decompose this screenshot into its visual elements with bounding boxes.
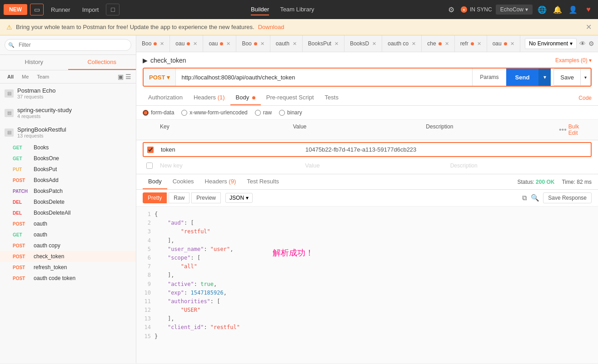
request-oauth-copy-post[interactable]: POST oauth copy <box>0 240 136 251</box>
urlencoded-radio[interactable] <box>181 110 187 116</box>
row-key[interactable]: token <box>157 143 302 156</box>
tab-close-icon[interactable]: ✕ <box>193 41 197 47</box>
method-selector[interactable]: POST ▾ <box>144 69 176 86</box>
search-response-button[interactable]: 🔍 <box>531 192 539 203</box>
filter-all[interactable]: All <box>5 73 16 80</box>
new-row-checkbox[interactable] <box>146 162 153 169</box>
response-tab-cookies[interactable]: Cookies <box>167 174 199 189</box>
tab-close-icon[interactable]: ✕ <box>293 41 297 47</box>
request-oauth-get[interactable]: GET oauth <box>0 229 136 240</box>
request-oauth-post[interactable]: POST oauth <box>0 218 136 229</box>
row-check[interactable] <box>144 147 157 153</box>
filter-me[interactable]: Me <box>19 73 31 80</box>
runner-button[interactable]: Runner <box>46 5 75 15</box>
import-button[interactable]: Import <box>78 5 104 15</box>
collection-postman-echo[interactable]: ▤ Postman Echo 37 requests <box>0 84 136 103</box>
tab-oau-2[interactable]: oau ✕ <box>203 35 236 52</box>
env-dropdown[interactable]: No Environment ▾ <box>525 38 577 49</box>
filter-input[interactable] <box>5 39 131 51</box>
tab-history[interactable]: History <box>0 55 68 70</box>
tab-oau-1[interactable]: oau ✕ <box>170 35 203 52</box>
team-library-nav[interactable]: Team Library <box>280 4 314 15</box>
tab-close-icon[interactable]: ✕ <box>477 41 481 47</box>
code-link[interactable]: Code <box>578 95 592 101</box>
new-value-input[interactable]: Value <box>301 159 446 172</box>
echocow-button[interactable]: EchoCow ▾ <box>496 5 533 15</box>
download-link[interactable]: Download <box>258 24 284 30</box>
sidebar-toggle-icon[interactable]: ▭ <box>30 4 44 15</box>
raw-radio[interactable] <box>255 110 261 116</box>
tab-headers[interactable]: Headers (1) <box>188 90 230 105</box>
tab-refr[interactable]: refr ✕ <box>455 35 487 52</box>
bulk-edit-link[interactable]: Bulk Edit <box>568 123 588 136</box>
tab-close-icon[interactable]: ✕ <box>510 41 514 47</box>
request-bookspatch-patch[interactable]: PATCH BooksPatch <box>0 186 136 197</box>
tab-close-icon[interactable]: ✕ <box>372 41 376 47</box>
new-button[interactable]: NEW <box>4 4 27 15</box>
tab-close-icon[interactable]: ✕ <box>226 41 230 47</box>
tab-booksd[interactable]: BooksD ✕ <box>344 35 382 52</box>
tab-boo-1[interactable]: Boo ✕ <box>136 35 170 52</box>
tab-close-icon[interactable]: ✕ <box>412 41 416 47</box>
preview-button[interactable]: Preview <box>191 192 221 203</box>
collection-spring-security[interactable]: ▤ spring-security-study 4 requests <box>0 103 136 123</box>
raw-option[interactable]: raw <box>255 109 272 116</box>
binary-radio[interactable] <box>279 110 285 116</box>
request-books-get[interactable]: GET Books <box>0 142 136 153</box>
format-selector[interactable]: JSON ▾ <box>225 193 253 203</box>
params-button[interactable]: Params <box>472 69 506 86</box>
tab-booksput[interactable]: BooksPut ✕ <box>303 35 344 52</box>
new-tab-icon[interactable]: □ <box>106 4 120 15</box>
tab-tests[interactable]: Tests <box>319 90 344 105</box>
globe-icon[interactable]: 🌐 <box>536 4 548 15</box>
tab-body[interactable]: Body <box>230 90 261 105</box>
new-desc-input[interactable]: Description <box>447 159 592 172</box>
tab-boo-2[interactable]: Boo ✕ <box>236 35 270 52</box>
response-tab-body[interactable]: Body <box>143 174 167 189</box>
user-icon[interactable]: 👤 <box>567 4 579 15</box>
tab-close-icon[interactable]: ✕ <box>334 41 339 47</box>
copy-response-button[interactable]: ⧉ <box>522 192 527 203</box>
satellite-icon[interactable]: ⚙ <box>445 4 457 15</box>
examples-button[interactable]: Examples (0) ▾ <box>555 57 592 64</box>
url-input[interactable] <box>176 74 472 81</box>
tab-authorization[interactable]: Authorization <box>143 90 188 105</box>
save-dropdown-button[interactable]: ▾ <box>581 69 591 86</box>
send-button[interactable]: Send <box>506 69 539 86</box>
request-oauth-code-token-post[interactable]: POST oauth code token <box>0 273 136 284</box>
request-booksdelete-del[interactable]: DEL BooksDelete <box>0 197 136 207</box>
tab-prerequest[interactable]: Pre-request Script <box>261 90 319 105</box>
raw-button[interactable]: Raw <box>169 192 189 203</box>
pretty-button[interactable]: Pretty <box>143 192 167 203</box>
form-data-radio[interactable] <box>143 110 149 116</box>
request-booksput-put[interactable]: PUT BooksPut <box>0 164 136 175</box>
tab-oau-3[interactable]: oau ✕ <box>487 35 520 52</box>
save-button[interactable]: Save <box>553 69 581 86</box>
request-check-token-post[interactable]: POST check_token <box>0 251 136 262</box>
filter-team[interactable]: Team <box>34 73 52 80</box>
tab-collections[interactable]: Collections <box>68 55 136 70</box>
new-key-input[interactable]: New key <box>156 159 301 172</box>
row-description[interactable] <box>446 147 591 153</box>
eye-icon[interactable]: 👁 <box>579 40 586 47</box>
builder-nav[interactable]: Builder <box>251 4 269 15</box>
response-tab-test-results[interactable]: Test Results <box>241 174 284 189</box>
bell-icon[interactable]: 🔔 <box>552 4 563 15</box>
urlencoded-option[interactable]: x-www-form-urlencoded <box>181 109 247 116</box>
request-booksdeleteall-del[interactable]: DEL BooksDeleteAll <box>0 207 136 218</box>
tab-che[interactable]: che ✕ <box>422 35 454 52</box>
form-data-option[interactable]: form-data <box>143 109 174 116</box>
request-booksadd-post[interactable]: POST BooksAdd <box>0 175 136 186</box>
binary-option[interactable]: binary <box>279 109 302 116</box>
settings-icon[interactable]: ⚙ <box>588 40 594 47</box>
response-tab-headers[interactable]: Headers (9) <box>199 174 242 189</box>
heart-icon[interactable]: ♥ <box>583 4 594 15</box>
tab-close-icon[interactable]: ✕ <box>160 41 164 47</box>
collection-springbook[interactable]: ▤ SpringBookRestful 13 requests <box>0 123 136 142</box>
request-booksone-get[interactable]: GET BooksOne <box>0 153 136 164</box>
row-checkbox[interactable] <box>147 147 154 153</box>
request-refresh-token-post[interactable]: POST refresh_token <box>0 262 136 273</box>
tab-close-icon[interactable]: ✕ <box>260 41 264 47</box>
save-response-button[interactable]: Save Response <box>543 192 592 203</box>
tab-oauth[interactable]: oauth ✕ <box>270 35 303 52</box>
